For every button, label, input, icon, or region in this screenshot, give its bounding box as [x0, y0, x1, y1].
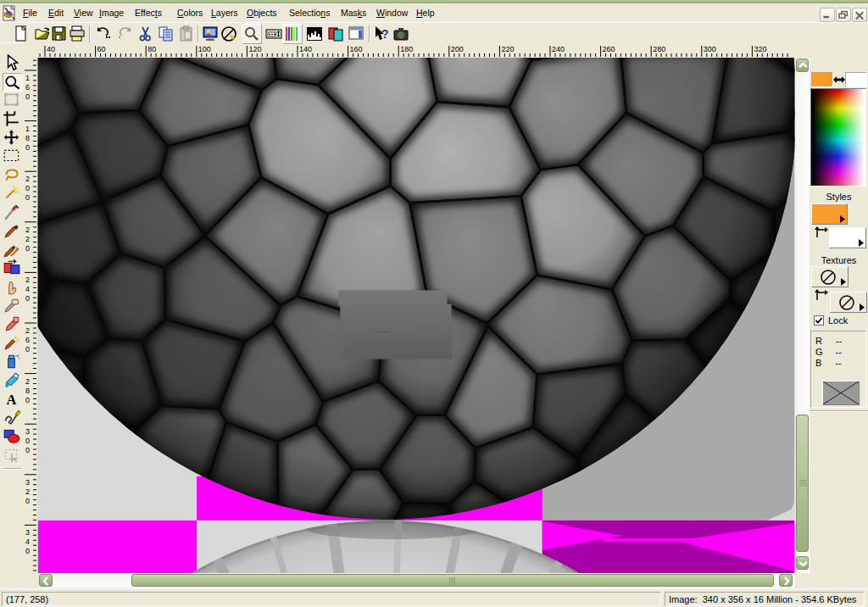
svg-text:0: 0 [25, 497, 30, 505]
svg-text:240: 240 [552, 45, 565, 53]
svg-text:0: 0 [25, 437, 30, 445]
svg-text:280: 280 [653, 45, 665, 53]
svg-text:0: 0 [25, 92, 30, 101]
svg-text:320: 320 [754, 45, 766, 53]
svg-text:0: 0 [25, 547, 30, 555]
svg-text:2: 2 [25, 377, 30, 386]
svg-text:0: 0 [25, 294, 30, 303]
svg-text:A: A [6, 392, 16, 407]
svg-text:80: 80 [147, 45, 156, 53]
svg-text:3: 3 [25, 528, 30, 537]
svg-text:1: 1 [25, 74, 30, 82]
svg-text:1: 1 [25, 125, 30, 133]
svg-text:4: 4 [25, 537, 30, 546]
svg-text:6: 6 [25, 336, 30, 344]
svg-text:0: 0 [25, 184, 30, 192]
svg-text:2: 2 [25, 235, 30, 243]
svg-text:200: 200 [451, 45, 464, 53]
svg-text:2: 2 [25, 326, 30, 335]
svg-text:6: 6 [25, 83, 30, 92]
svg-text:2: 2 [25, 276, 30, 284]
svg-text:300: 300 [704, 45, 716, 53]
svg-text:2: 2 [25, 175, 30, 183]
svg-text:260: 260 [603, 45, 615, 53]
svg-text:120: 120 [248, 45, 261, 53]
svg-text:0: 0 [25, 193, 30, 202]
svg-text:160: 160 [350, 45, 363, 53]
svg-text:0: 0 [25, 244, 30, 253]
svg-text:8: 8 [25, 387, 30, 395]
svg-text:3: 3 [25, 478, 30, 487]
svg-text:2: 2 [25, 226, 30, 234]
svg-text:40: 40 [47, 45, 55, 53]
svg-text:60: 60 [97, 45, 106, 53]
svg-text:180: 180 [400, 45, 413, 53]
svg-text:0: 0 [25, 143, 30, 152]
svg-text:0: 0 [25, 345, 30, 354]
svg-text:140: 140 [299, 45, 312, 53]
svg-text:0: 0 [25, 446, 30, 454]
svg-text:2: 2 [25, 487, 30, 496]
svg-text:0: 0 [25, 396, 30, 404]
svg-text:100: 100 [198, 45, 211, 53]
svg-text:8: 8 [25, 134, 30, 142]
svg-text:3: 3 [25, 427, 30, 436]
svg-text:?: ? [381, 27, 389, 41]
svg-text:4: 4 [25, 285, 30, 293]
svg-text:220: 220 [501, 45, 514, 53]
